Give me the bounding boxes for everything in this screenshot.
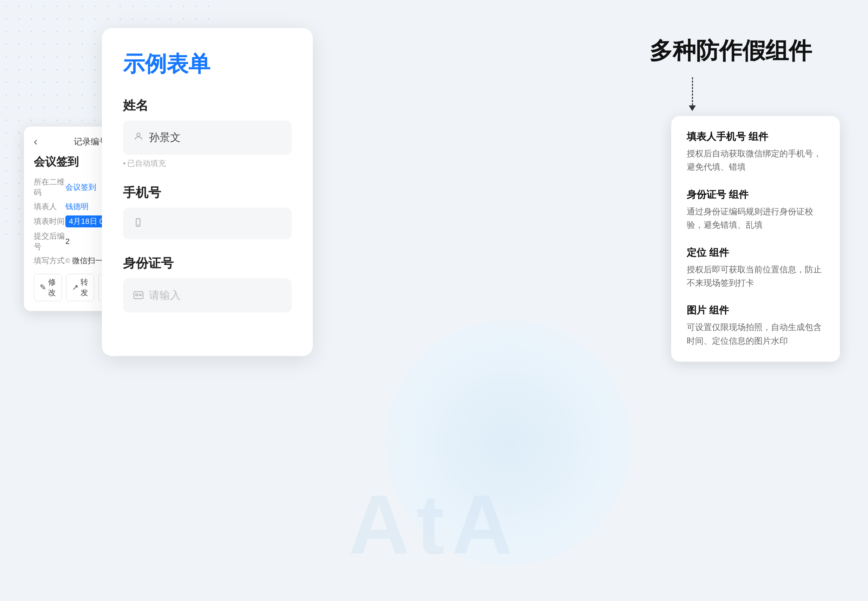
forward-label: 转发 [81, 277, 88, 298]
svg-point-0 [137, 133, 140, 136]
antifake-desc-phone: 授权后自动获取微信绑定的手机号，避免代填、错填 [687, 147, 824, 174]
record-value-seqnum: 2 [65, 237, 70, 246]
forward-icon: ↗ [72, 283, 78, 292]
form-section-name: 姓名 孙景文 已自动填充 [123, 97, 292, 169]
id-input-box[interactable]: 请输入 [123, 278, 292, 313]
antifake-desc-photo: 可设置仅限现场拍照，自动生成包含时间、定位信息的图片水印 [687, 320, 824, 348]
form-title: 示例表单 [123, 49, 292, 79]
edit-icon: ✎ [40, 283, 46, 292]
antifake-title-photo: 图片 组件 [687, 304, 824, 317]
svg-point-4 [136, 294, 138, 296]
arrow-head-icon [689, 105, 696, 111]
name-input-box[interactable]: 孙景文 [123, 121, 292, 155]
antifake-item-location: 定位 组件 授权后即可获取当前位置信息，防止不来现场签到打卡 [687, 246, 824, 290]
antifake-title-idcard: 身份证号 组件 [687, 188, 824, 201]
record-label-submitter: 填表人 [34, 201, 65, 212]
ata-watermark: AtA [349, 476, 520, 573]
form-section-phone: 手机号 [123, 184, 292, 239]
edit-label: 修改 [48, 277, 56, 298]
antifake-panel: 填表人手机号 组件 授权后自动获取微信绑定的手机号，避免代填、错填 身份证号 组… [671, 116, 840, 362]
antifake-heading: 多种防作假组件 [649, 35, 812, 67]
record-label-method: 填写方式 [34, 256, 65, 266]
record-value-submitter[interactable]: 钱德明 [65, 201, 88, 212]
phone-input-box[interactable] [123, 208, 292, 239]
antifake-item-phone: 填表人手机号 组件 授权后自动获取微信绑定的手机号，避免代填、错填 [687, 130, 824, 174]
back-icon[interactable]: ‹ [34, 135, 38, 148]
field-label-name: 姓名 [123, 97, 292, 114]
record-label-qrcode: 所在二维码 [34, 177, 65, 198]
antifake-item-idcard: 身份证号 组件 通过身份证编码规则进行身份证校验，避免错填、乱填 [687, 188, 824, 232]
name-input-value: 孙景文 [149, 130, 181, 145]
antifake-desc-idcard: 通过身份证编码规则进行身份证校验，避免错填、乱填 [687, 205, 824, 232]
id-card-icon [134, 290, 143, 302]
id-input-placeholder: 请输入 [149, 288, 181, 303]
record-label-time: 填表时间 [34, 216, 65, 227]
edit-button[interactable]: ✎ 修改 [34, 274, 62, 301]
dashed-line [692, 77, 693, 105]
antifake-title-phone: 填表人手机号 组件 [687, 130, 824, 143]
record-label-seqnum: 提交后编号 [34, 231, 65, 252]
field-label-phone: 手机号 [123, 184, 292, 201]
user-icon [134, 131, 143, 144]
circle-icon: © [65, 257, 70, 265]
antifake-item-photo: 图片 组件 可设置仅限现场拍照，自动生成包含时间、定位信息的图片水印 [687, 304, 824, 348]
antifake-title-location: 定位 组件 [687, 246, 824, 259]
auto-fill-hint: 已自动填充 [123, 158, 292, 169]
form-card: 示例表单 姓名 孙景文 已自动填充 手机号 [102, 28, 313, 356]
record-value-qrcode[interactable]: 会议签到 [65, 182, 96, 192]
antifake-desc-location: 授权后即可获取当前位置信息，防止不来现场签到打卡 [687, 263, 824, 290]
dashed-arrow [689, 77, 696, 111]
forward-button[interactable]: ↗ 转发 [66, 274, 94, 301]
form-section-id: 身份证号 请输入 [123, 255, 292, 313]
phone-icon [134, 218, 143, 229]
field-label-id: 身份证号 [123, 255, 292, 272]
